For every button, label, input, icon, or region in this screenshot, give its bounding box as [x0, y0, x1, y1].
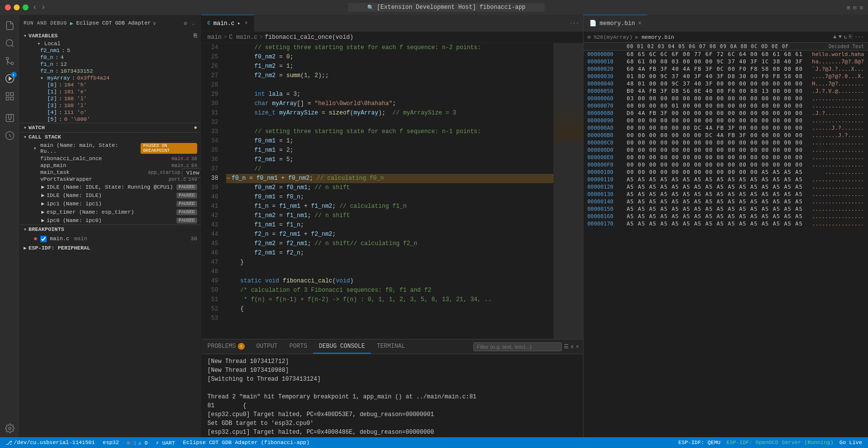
line-num-33: 33	[202, 127, 218, 137]
tab-output[interactable]: OUTPUT	[251, 339, 284, 354]
breakpoints-header[interactable]: ▾ BREAKPOINTS	[20, 225, 201, 234]
filter-list-icon[interactable]: ☰	[564, 343, 569, 350]
memory-decoded: ................	[805, 221, 864, 227]
breadcrumb-file[interactable]: C main.c	[229, 34, 258, 41]
maximize-button[interactable]	[23, 4, 29, 10]
activity-files[interactable]	[1, 17, 19, 34]
thread-idle[interactable]: ▶ IDLE (Name: IDLE) PAUSED	[20, 191, 201, 199]
call-stack-label: CALL STACK	[29, 134, 61, 140]
prev-icon[interactable]: ▲	[833, 34, 837, 40]
tab-ports[interactable]: PORTS	[284, 339, 313, 354]
call-stack-header[interactable]: ▾ CALL STACK	[20, 133, 201, 141]
frame-main-task[interactable]: main_task app_startup.c 208	[20, 169, 201, 176]
esp-idf-peripheral-header[interactable]: ▶ ESP-IDF: PERIPHERAL	[20, 244, 201, 252]
activity-search[interactable]	[1, 34, 19, 52]
status-chip[interactable]: esp32	[101, 440, 121, 446]
var-myarray-1[interactable]: [1] : 101 'e'	[20, 88, 201, 95]
main-thread[interactable]: ▾ main (Name: main, State: Ru... PAUSED …	[20, 141, 201, 155]
status-go-live[interactable]: Go Live	[838, 440, 864, 446]
activity-extensions[interactable]	[1, 87, 19, 105]
var-myarray-0[interactable]: [0] : 104 'h'	[20, 82, 201, 88]
panel-close-icon[interactable]: ×	[576, 344, 579, 350]
breakpoint-label: main	[74, 236, 87, 242]
status-esp-qemu[interactable]: ESP-IDF: QEMU	[676, 440, 723, 446]
memory-tab-close-button[interactable]: ×	[638, 20, 641, 27]
uart-label: ⚡ UART	[156, 440, 175, 446]
tab-close-button[interactable]: ×	[245, 21, 248, 26]
var-f2-nm1[interactable]: f2_nm1 : 5	[20, 47, 201, 54]
memory-address: 00000030	[587, 73, 627, 80]
panel-expand-icon[interactable]: ∧	[571, 343, 574, 350]
breadcrumb-func[interactable]: fibonacci_calc_once(void)	[265, 34, 353, 41]
memory-bytes: 48 01 00 00 9C 37 40 3F 00 00 00 00 00 0…	[627, 81, 805, 87]
code-line-28	[226, 81, 553, 90]
variables-section-header[interactable]: ▾ VARIABLES ⎘	[20, 31, 201, 40]
settings-icon[interactable]: ⚙	[587, 34, 591, 40]
activity-test[interactable]	[1, 109, 19, 127]
memory-bytes: B0 4A FB 3F D8 56 0E 40 00 F0 00 88 13 0…	[627, 88, 805, 94]
var-f2-n[interactable]: f2_n : 1073433152	[20, 68, 201, 75]
status-adapter[interactable]: Eclipse CDT GDB Adapter (fibonacci-app)	[181, 440, 311, 446]
thread-ipc0[interactable]: ▶ ipc0 (Name: ipc0) PAUSED	[20, 216, 201, 224]
next-icon[interactable]: ▼	[839, 34, 842, 40]
watch-section-header[interactable]: ▾ WATCH ●	[20, 123, 201, 132]
memory-decoded: ................	[805, 117, 864, 124]
tab-more-button[interactable]: ···	[565, 20, 583, 26]
status-git-branch[interactable]: ⎇ /dev/cu.usbserial-1141501	[4, 440, 97, 446]
tab-problems[interactable]: PROBLEMS 1	[202, 339, 251, 354]
esp-idf-label: ESP-IDF: PERIPHERAL	[29, 245, 90, 251]
more-button[interactable]: …	[190, 19, 197, 28]
chevron-down-icon: ∨	[153, 20, 156, 27]
activity-espressif[interactable]	[1, 127, 19, 144]
tab-c-icon: C	[207, 21, 210, 26]
frame-vport-task-wrapper[interactable]: vPortTaskWrapper port.c 149	[20, 176, 201, 183]
status-errors[interactable]: ⊗ 1 ⚠ 0	[125, 440, 150, 446]
tab-main-c[interactable]: C main.c ● ×	[202, 15, 254, 31]
status-uart[interactable]: ⚡ UART	[154, 440, 177, 446]
debug-adapter-selector[interactable]: Eclipse CDT GDB Adapter ∨	[76, 20, 156, 27]
line-num-32: 32	[202, 118, 218, 127]
code-area[interactable]: // setting three starting state for each…	[222, 43, 553, 339]
status-esp-openocd[interactable]: ESP-IDF: OpenOCD Server (Running)	[724, 440, 836, 446]
activity-settings[interactable]	[1, 420, 19, 437]
activity-source-control[interactable]	[1, 52, 19, 70]
nav-back[interactable]: ‹	[32, 3, 37, 12]
copy-icon[interactable]: ⎘	[194, 33, 197, 39]
memory-row: 00000170 A5 A5 A5 A5 A5 A5 A5 A5 A5 A5 A…	[583, 220, 868, 227]
refresh-icon[interactable]: ↻	[844, 34, 847, 40]
thread-ipc1[interactable]: ▶ ipc1 (Name: ipc1) PAUSED	[20, 199, 201, 208]
tooltip-view-binary[interactable]: View Binary Data	[182, 168, 201, 178]
settings-button[interactable]: ⚙	[182, 19, 189, 28]
frame-app-main[interactable]: app_main main.c 84	[20, 162, 201, 169]
frame-fibonacci-calc-once[interactable]: fibonacci_calc_once main.c 38	[20, 155, 201, 162]
var-f0-n[interactable]: f0_n : 4	[20, 54, 201, 61]
thread-idle-cpu1[interactable]: ▶ IDLE (Name: IDLE, State: Running @CPU1…	[20, 183, 201, 191]
breakpoint-main-c[interactable]: ● main.c main 38	[20, 234, 201, 244]
copy-icon[interactable]: ⎘	[849, 34, 852, 40]
tab-debug-console[interactable]: DEBUG CONSOLE	[313, 339, 371, 354]
breakpoint-checkbox[interactable]	[40, 236, 47, 242]
tab-terminal[interactable]: TERMINAL	[371, 339, 411, 354]
var-myarray-4[interactable]: [4] : 111 'o'	[20, 109, 201, 116]
layout-icons[interactable]: ⊞ ⊟ ⊡	[847, 4, 863, 11]
thread-esp-timer[interactable]: ▶ esp_timer (Name: esp_timer) PAUSED	[20, 208, 201, 216]
minimize-button[interactable]	[14, 4, 20, 10]
filter-input[interactable]	[473, 342, 562, 351]
var-myarray-2[interactable]: [2] : 108 'l'	[20, 95, 201, 102]
local-group[interactable]: ▾ Local	[20, 40, 201, 47]
activity-debug[interactable]: 1	[1, 70, 19, 87]
var-myarray-5[interactable]: [5] : 0 '\000'	[20, 116, 201, 123]
main-thread-label: main (Name: main, State: Ru...	[40, 142, 135, 154]
line-num-52: 52	[202, 305, 218, 314]
more-icon[interactable]: ···	[854, 34, 864, 40]
breadcrumb-root[interactable]: main	[207, 34, 222, 41]
run-and-debug-label: RUN AND DEBUG	[24, 21, 67, 26]
tab-memory-bin[interactable]: 📄 memory.bin ×	[583, 15, 647, 31]
var-f1-n[interactable]: f1_n : 12	[20, 61, 201, 68]
nav-forward[interactable]: ›	[41, 3, 46, 12]
code-line-44: f2_n = f2_nm1 + f2_nm2;	[226, 230, 553, 239]
play-icon[interactable]: ▶	[70, 20, 73, 27]
var-myarray-3[interactable]: [3] : 108 'l'	[20, 102, 201, 109]
close-button[interactable]	[5, 4, 11, 10]
var-myarray[interactable]: ▾ myArray : 0x3ffb4a24 View Binary Data	[20, 75, 201, 82]
